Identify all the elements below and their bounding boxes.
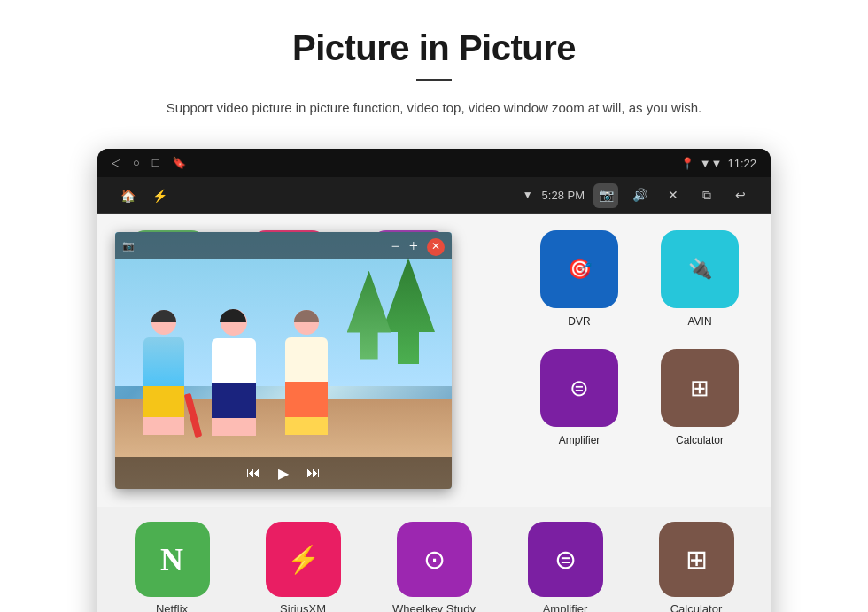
wifi-nav-icon: ▼ (523, 189, 533, 202)
wheelkey-bottom-icon: ⊙ (397, 522, 472, 597)
amplifier-label: Amplifier (559, 434, 601, 446)
pip-close-button[interactable]: ✕ (427, 238, 445, 256)
device-frame: ◁ ○ □ 🔖 📍 ▼▼ 11:22 🏠 ⚡ ▼ 5:28 PM 📷 🔊 (97, 149, 771, 612)
screen-content: N ⚡ ⊙ (97, 214, 771, 507)
siriusxm-bottom-icon: ⚡ (266, 522, 341, 597)
home-icon[interactable]: ○ (133, 156, 140, 170)
amplifier-bottom-label: Amplifier (543, 602, 588, 612)
status-left: ◁ ○ □ 🔖 (112, 156, 186, 170)
amplifier-icon: ⊜ (540, 349, 618, 427)
pip-controls[interactable]: − + ✕ (384, 232, 452, 261)
back-icon[interactable]: ◁ (112, 156, 120, 170)
calculator-label: Calculator (676, 434, 724, 446)
netflix-bottom-icon: N (135, 522, 210, 597)
pip-overlay[interactable]: 📷 − + ✕ ⏮ ▶ ⏭ (115, 232, 452, 489)
volume-icon[interactable]: 🔊 (627, 183, 652, 208)
app-avin[interactable]: 🔌 AVIN (647, 230, 753, 338)
bottom-app-amplifier[interactable]: ⊜ Amplifier (508, 522, 623, 612)
pip-plus-button[interactable]: + (409, 237, 418, 256)
calculator-bottom-icon: ⊞ (659, 522, 734, 597)
pip-video-content: 📷 − + ✕ ⏮ ▶ ⏭ (115, 232, 452, 489)
close-icon[interactable]: ✕ (661, 183, 686, 208)
nav-right: ▼ 5:28 PM 📷 🔊 ✕ ⧉ ↩ (523, 183, 753, 208)
recents-icon[interactable]: □ (152, 156, 159, 170)
home-nav-icon[interactable]: 🏠 (115, 183, 140, 208)
pip-play-button[interactable]: ▶ (278, 465, 289, 482)
camera-icon[interactable]: 📷 (593, 183, 618, 208)
wheelkey-bottom-label: Wheelkey Study (392, 602, 476, 612)
bottom-app-siriusxm[interactable]: ⚡ SiriusXM (245, 522, 360, 612)
status-right: 📍 ▼▼ 11:22 (680, 157, 756, 170)
title-divider (416, 79, 452, 81)
amplifier-bottom-icon: ⊜ (528, 522, 603, 597)
nav-time: 5:28 PM (542, 189, 585, 202)
page-wrapper: Picture in Picture Support video picture… (0, 0, 868, 612)
avin-icon: 🔌 (661, 230, 739, 308)
gps-icon: 📍 (680, 157, 694, 170)
page-subtitle: Support video picture in picture functio… (124, 97, 744, 119)
app-amplifier[interactable]: ⊜ Amplifier (526, 349, 632, 446)
bottom-app-row: N Netflix ⚡ SiriusXM ⊙ Wheelkey Study ⊜ (97, 507, 771, 612)
pip-bottom-bar: ⏮ ▶ ⏭ (115, 457, 452, 489)
pip-icon[interactable]: ⧉ (694, 183, 719, 208)
bottom-app-calculator[interactable]: ⊞ Calculator (639, 522, 754, 612)
bottom-app-netflix[interactable]: N Netflix (114, 522, 229, 612)
nav-bar: 🏠 ⚡ ▼ 5:28 PM 📷 🔊 ✕ ⧉ ↩ (97, 177, 771, 214)
app-calculator[interactable]: ⊞ Calculator (647, 349, 753, 446)
calculator-icon: ⊞ (661, 349, 739, 427)
back-nav-icon[interactable]: ↩ (728, 183, 753, 208)
bookmark-icon[interactable]: 🔖 (172, 156, 186, 170)
calculator-bottom-label: Calculator (670, 602, 723, 612)
dvr-icon: 🎯 (540, 230, 618, 308)
nav-left: 🏠 ⚡ (115, 183, 172, 208)
pip-prev-button[interactable]: ⏮ (246, 465, 260, 481)
video-scene (115, 232, 452, 489)
status-bar: ◁ ○ □ 🔖 📍 ▼▼ 11:22 (97, 149, 771, 177)
pip-camera-icon: 📷 (122, 240, 135, 252)
pip-next-button[interactable]: ⏭ (306, 465, 321, 481)
usb-icon: ⚡ (147, 183, 172, 208)
avin-label: AVIN (687, 315, 711, 328)
netflix-bottom-label: Netflix (156, 602, 188, 612)
siriusxm-bottom-label: SiriusXM (280, 602, 326, 612)
app-dvr[interactable]: 🎯 DVR (526, 230, 632, 338)
status-time: 11:22 (727, 157, 756, 170)
pip-minus-button[interactable]: − (391, 237, 400, 256)
bottom-app-wheelkey[interactable]: ⊙ Wheelkey Study (376, 522, 492, 612)
dvr-label: DVR (568, 315, 590, 328)
page-header: Picture in Picture Support video picture… (0, 0, 868, 128)
page-title: Picture in Picture (53, 28, 815, 68)
wifi-icon: ▼▼ (700, 157, 723, 170)
